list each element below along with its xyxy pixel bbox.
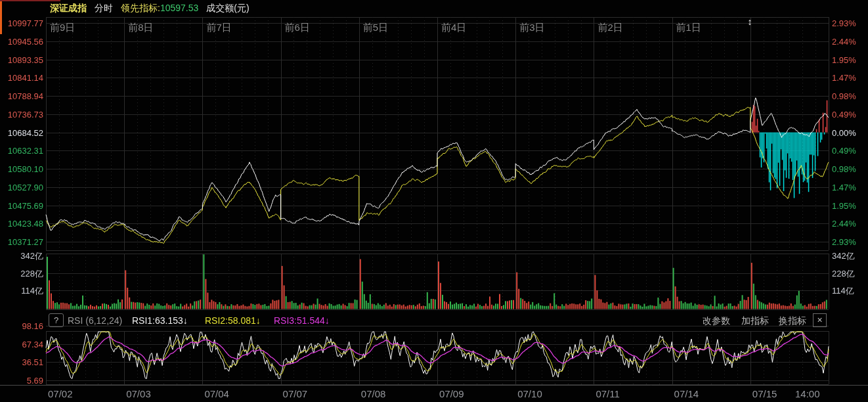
day-label: 前3日 bbox=[519, 22, 544, 32]
lead-indicator-label: 领先指标: bbox=[121, 3, 160, 14]
volume-axis-label: 228亿 bbox=[1, 269, 43, 277]
percent-axis-label: 0.98% bbox=[832, 165, 856, 173]
day-label: 前8日 bbox=[128, 22, 153, 32]
date-label: 07/03 bbox=[126, 389, 151, 399]
percent-axis-label: 1.95% bbox=[832, 55, 856, 64]
day-label: 前7日 bbox=[206, 22, 231, 32]
volume-axis-label: 342亿 bbox=[832, 252, 855, 260]
date-label: 07/10 bbox=[517, 389, 542, 399]
date-label: 07/02 bbox=[48, 389, 73, 399]
price-axis-label: 10997.77 bbox=[1, 19, 43, 28]
volume-axis-label: 228亿 bbox=[832, 269, 855, 277]
percent-axis-label: 2.44% bbox=[832, 219, 856, 228]
price-axis-label: 10423.48 bbox=[1, 219, 43, 228]
rsi-axis-label: 5.69 bbox=[1, 376, 43, 384]
day-label: 前9日 bbox=[50, 22, 75, 32]
price-axis-label: 10632.31 bbox=[1, 146, 43, 155]
percent-axis-label: 0.49% bbox=[832, 146, 856, 155]
date-label: 07/11 bbox=[596, 389, 619, 399]
price-axis-label: 10475.69 bbox=[1, 201, 43, 210]
chart-canvas[interactable] bbox=[0, 0, 868, 402]
trading-terminal: 深证成指 分时 领先指标: 10597.53 成交额(元) ↕ 10997.77… bbox=[0, 0, 868, 402]
price-axis-label: 10527.90 bbox=[1, 183, 43, 191]
vertical-scroll-thumb-icon[interactable]: ↕ bbox=[744, 16, 756, 28]
change-params-button[interactable]: 改参数 bbox=[703, 315, 730, 327]
percent-axis-label: 2.93% bbox=[832, 19, 856, 28]
amount-label: 成交额(元) bbox=[206, 3, 249, 14]
date-label: 07/09 bbox=[439, 389, 464, 399]
date-label: 07/14 bbox=[674, 389, 699, 399]
percent-axis-label: 0.00% bbox=[832, 128, 856, 137]
price-axis-label: 10684.52 bbox=[1, 128, 43, 137]
symbol-name[interactable]: 深证成指 bbox=[50, 3, 87, 14]
rsi-axis-label: 67.34 bbox=[1, 340, 43, 348]
price-axis-label: 10893.35 bbox=[1, 55, 43, 64]
current-time-label: 14:00 bbox=[795, 389, 820, 399]
help-icon[interactable]: ? bbox=[49, 313, 64, 327]
rsi1-value: RSI1:63.153↓ bbox=[132, 315, 188, 326]
day-label: 前5日 bbox=[363, 22, 388, 32]
lead-indicator-value: 10597.53 bbox=[160, 3, 198, 14]
top-edge-accent bbox=[0, 0, 60, 1]
date-label: 07/15 bbox=[752, 389, 777, 399]
date-label: 07/07 bbox=[283, 389, 308, 399]
date-label: 07/04 bbox=[204, 389, 229, 399]
switch-indicator-button[interactable]: 换指标 bbox=[779, 315, 806, 327]
price-axis-label: 10580.10 bbox=[1, 165, 43, 173]
volume-axis-label: 342亿 bbox=[1, 252, 43, 260]
left-edge-accent bbox=[0, 0, 2, 34]
rsi-title: RSI (6,12,24) bbox=[68, 315, 122, 326]
percent-axis-label: 0.49% bbox=[832, 110, 856, 118]
price-axis-label: 10736.73 bbox=[1, 110, 43, 118]
day-label: 前6日 bbox=[285, 22, 310, 32]
rsi2-value: RSI2:58.081↓ bbox=[205, 315, 261, 326]
percent-axis-label: 1.47% bbox=[832, 183, 856, 191]
close-indicator-icon[interactable]: × bbox=[813, 313, 827, 327]
date-label: 07/08 bbox=[361, 389, 386, 399]
rsi-indicator-header: ? RSI (6,12,24) RSI1:63.153↓ RSI2:58.081… bbox=[0, 311, 868, 330]
percent-axis-label: 2.44% bbox=[832, 37, 856, 45]
add-indicator-button[interactable]: 加指标 bbox=[741, 315, 769, 327]
chart-mode-label[interactable]: 分时 bbox=[95, 3, 113, 14]
volume-axis-label: 114亿 bbox=[832, 286, 854, 295]
price-axis-label: 10371.27 bbox=[1, 238, 43, 246]
price-axis-label: 10841.14 bbox=[1, 74, 43, 82]
percent-axis-label: 2.93% bbox=[832, 238, 856, 246]
rsi-axis-label: 36.51 bbox=[1, 358, 43, 367]
volume-axis-label: 114亿 bbox=[1, 286, 43, 295]
percent-axis-label: 0.98% bbox=[832, 92, 856, 100]
topbar: 深证成指 分时 领先指标: 10597.53 成交额(元) bbox=[50, 0, 250, 16]
day-label: 前2日 bbox=[597, 22, 622, 32]
price-axis-label: 10788.94 bbox=[1, 92, 43, 100]
day-label: 前1日 bbox=[676, 22, 701, 32]
day-label: 前4日 bbox=[441, 22, 466, 32]
percent-axis-label: 1.47% bbox=[832, 74, 856, 82]
price-axis-label: 10945.56 bbox=[1, 37, 43, 45]
rsi3-value: RSI3:51.544↓ bbox=[274, 315, 330, 326]
percent-axis-label: 1.95% bbox=[832, 201, 856, 210]
